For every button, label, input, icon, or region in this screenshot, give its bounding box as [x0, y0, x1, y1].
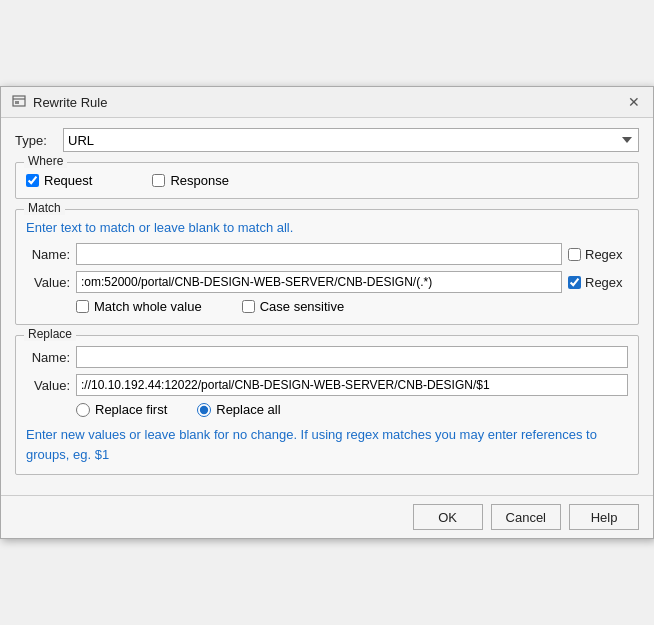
replace-options-row: Replace first Replace all — [26, 402, 628, 417]
match-name-row: Name: Regex — [26, 243, 628, 265]
replace-name-label: Name: — [26, 350, 70, 365]
dialog-body: Type: URL Header Body Status Where Reque… — [1, 118, 653, 495]
type-label: Type: — [15, 133, 55, 148]
match-name-regex-container: Regex — [568, 247, 628, 262]
response-checkbox[interactable] — [152, 174, 165, 187]
request-label: Request — [44, 173, 92, 188]
title-bar-left: Rewrite Rule — [11, 94, 107, 110]
match-value-input[interactable] — [76, 271, 562, 293]
where-group: Where Request Response — [15, 162, 639, 199]
match-name-regex-checkbox[interactable] — [568, 248, 581, 261]
title-bar: Rewrite Rule ✕ — [1, 87, 653, 118]
dialog-icon — [11, 94, 27, 110]
match-legend: Match — [24, 201, 65, 215]
replace-first-radio[interactable] — [76, 403, 90, 417]
match-value-regex-container: Regex — [568, 275, 628, 290]
match-value-label: Value: — [26, 275, 70, 290]
dialog-footer: OK Cancel Help — [1, 495, 653, 538]
request-checkbox-label[interactable]: Request — [26, 173, 92, 188]
match-value-regex-checkbox[interactable] — [568, 276, 581, 289]
match-options-row: Match whole value Case sensitive — [26, 299, 628, 314]
replace-all-text: Replace all — [216, 402, 280, 417]
match-name-label: Name: — [26, 247, 70, 262]
help-button[interactable]: Help — [569, 504, 639, 530]
match-whole-value-checkbox[interactable] — [76, 300, 89, 313]
match-name-input[interactable] — [76, 243, 562, 265]
response-label: Response — [170, 173, 229, 188]
where-row: Request Response — [26, 169, 628, 188]
replace-first-label[interactable]: Replace first — [76, 402, 167, 417]
replace-value-row: Value: — [26, 374, 628, 396]
svg-rect-2 — [15, 101, 19, 104]
rewrite-rule-dialog: Rewrite Rule ✕ Type: URL Header Body Sta… — [0, 86, 654, 539]
match-name-regex-label: Regex — [585, 247, 623, 262]
match-whole-value-text: Match whole value — [94, 299, 202, 314]
response-checkbox-label[interactable]: Response — [152, 173, 229, 188]
replace-value-input[interactable] — [76, 374, 628, 396]
case-sensitive-checkbox[interactable] — [242, 300, 255, 313]
replace-all-label[interactable]: Replace all — [197, 402, 280, 417]
dialog-title: Rewrite Rule — [33, 95, 107, 110]
ok-button[interactable]: OK — [413, 504, 483, 530]
close-button[interactable]: ✕ — [625, 93, 643, 111]
case-sensitive-text: Case sensitive — [260, 299, 345, 314]
cancel-button[interactable]: Cancel — [491, 504, 561, 530]
match-info: Enter text to match or leave blank to ma… — [26, 216, 628, 235]
replace-info: Enter new values or leave blank for no c… — [26, 425, 628, 464]
replace-group: Replace Name: Value: Replace first Rep — [15, 335, 639, 475]
replace-legend: Replace — [24, 327, 76, 341]
match-value-row: Value: Regex — [26, 271, 628, 293]
request-checkbox[interactable] — [26, 174, 39, 187]
where-legend: Where — [24, 154, 67, 168]
match-value-regex-label: Regex — [585, 275, 623, 290]
type-row: Type: URL Header Body Status — [15, 128, 639, 152]
replace-all-radio[interactable] — [197, 403, 211, 417]
type-select[interactable]: URL Header Body Status — [63, 128, 639, 152]
replace-name-input[interactable] — [76, 346, 628, 368]
match-whole-value-label[interactable]: Match whole value — [76, 299, 202, 314]
case-sensitive-label[interactable]: Case sensitive — [242, 299, 345, 314]
replace-value-label: Value: — [26, 378, 70, 393]
match-group: Match Enter text to match or leave blank… — [15, 209, 639, 325]
replace-first-text: Replace first — [95, 402, 167, 417]
replace-name-row: Name: — [26, 346, 628, 368]
